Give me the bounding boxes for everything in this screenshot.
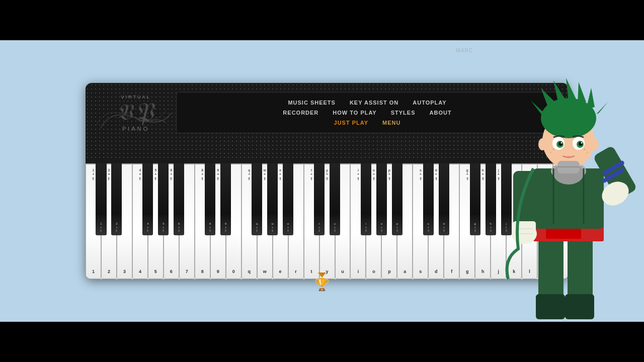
key-top-label-5: 5 + ⇧: [154, 168, 157, 181]
key-bottom-label-6: 6: [170, 269, 173, 275]
outer-frame: VIRTUAL 𝔙 𝔓 PIANO MUSIC SHEETS KEY ASSIS…: [0, 0, 644, 362]
nav-music-sheets[interactable]: MUSIC SHEETS: [286, 99, 338, 107]
nav-menu-item[interactable]: MENU: [380, 119, 403, 127]
svg-point-39: [587, 152, 588, 153]
key-top-label-y: y + ⇧: [326, 168, 329, 181]
black-key-label-5: 8 + ⇧: [209, 222, 211, 233]
svg-point-43: [591, 138, 599, 150]
key-top-label-p: p + ⇧: [388, 168, 391, 181]
svg-point-35: [581, 142, 583, 144]
key-top-label-q: q + ⇧: [248, 168, 251, 181]
key-bottom-label-1: 1: [92, 269, 95, 275]
black-key-label-4: 6 + ⇧: [178, 222, 180, 233]
svg-marker-27: [596, 102, 608, 114]
key-bottom-label-p: p: [388, 269, 391, 275]
svg-rect-2: [536, 294, 565, 319]
key-bottom-label-0: 0: [232, 269, 235, 275]
black-key-label-13: o + ⇧: [380, 222, 383, 233]
black-key-label-7: q + ⇧: [256, 222, 258, 233]
key-bottom-label-u: u: [341, 269, 344, 275]
key-top-label-w: w + ⇧: [263, 168, 266, 181]
black-key-8[interactable]: w + ⇧: [267, 163, 278, 235]
black-key-13[interactable]: o + ⇧: [376, 163, 387, 235]
black-key-label-9: e + ⇧: [287, 222, 289, 233]
black-key-10[interactable]: t + ⇧: [314, 163, 325, 235]
key-bottom-label-w: w: [263, 269, 267, 275]
svg-point-34: [561, 142, 562, 144]
key-top-label-h: h + ⇧: [481, 168, 485, 181]
nav-just-play[interactable]: JUST PLAY: [332, 119, 371, 127]
logo-p-letter: 𝔓: [135, 100, 155, 126]
black-key-0[interactable]: 1 + ⇧: [96, 163, 106, 235]
trophy-arrow: [318, 273, 326, 278]
key-top-label-1: 1 + ⇧: [92, 168, 95, 181]
black-key-2[interactable]: 4 + ⇧: [142, 163, 153, 235]
key-top-label-8: 8 + ⇧: [201, 168, 204, 181]
key-bottom-label-f: f: [451, 269, 452, 275]
svg-point-42: [538, 138, 546, 150]
key-top-label-o: o + ⇧: [372, 168, 375, 181]
black-key-label-6: 9 + ⇧: [224, 222, 227, 233]
black-key-5[interactable]: 8 + ⇧: [205, 163, 215, 235]
black-key-16[interactable]: d + ⇧: [439, 163, 449, 235]
black-key-1[interactable]: 2 + ⇧: [111, 163, 122, 235]
svg-point-38: [584, 148, 586, 150]
nav-recorder[interactable]: RECORDER: [281, 109, 320, 117]
trophy-icon: 🏆: [314, 278, 330, 292]
svg-marker-24: [578, 82, 586, 104]
nav-about[interactable]: ABOUT: [428, 109, 454, 117]
nav-key-assist[interactable]: KEY ASSIST ON: [348, 99, 400, 107]
black-key-label-1: 2 + ⇧: [115, 222, 118, 233]
black-key-6[interactable]: 9 + ⇧: [220, 163, 231, 235]
key-top-label-2: 2 + ⇧: [107, 168, 110, 181]
svg-marker-26: [531, 101, 543, 116]
svg-point-36: [552, 148, 554, 150]
content-area: VIRTUAL 𝔙 𝔓 PIANO MUSIC SHEETS KEY ASSIS…: [0, 40, 644, 322]
key-bottom-label-2: 2: [108, 269, 110, 275]
key-bottom-label-i: i: [358, 269, 359, 275]
key-top-label-e: e + ⇧: [279, 168, 282, 181]
key-top-label-6: 6 + ⇧: [170, 168, 173, 181]
key-bottom-label-t: t: [311, 269, 312, 275]
key-top-label-s: s + ⇧: [419, 168, 422, 181]
key-bottom-label-r: r: [295, 269, 297, 275]
black-key-label-15: s + ⇧: [427, 222, 430, 233]
nav-styles[interactable]: STYLES: [389, 109, 418, 117]
black-key-label-14: p + ⇧: [396, 222, 398, 233]
svg-point-37: [550, 152, 552, 153]
black-key-label-0: 1 + ⇧: [100, 222, 102, 233]
key-bottom-label-4: 4: [139, 269, 141, 275]
key-top-label-d: d + ⇧: [435, 168, 438, 181]
key-top-label-9: 9 + ⇧: [216, 168, 219, 181]
key-bottom-label-h: h: [481, 269, 485, 275]
black-key-4[interactable]: 6 + ⇧: [174, 163, 184, 235]
key-bottom-label-5: 5: [154, 269, 157, 275]
black-key-12[interactable]: i + ⇧: [361, 163, 371, 235]
black-key-label-10: t + ⇧: [318, 222, 320, 233]
black-key-17[interactable]: g + ⇧: [470, 163, 480, 235]
key-bottom-label-a: a: [404, 269, 406, 275]
black-key-label-11: y + ⇧: [334, 222, 336, 233]
black-key-7[interactable]: q + ⇧: [252, 163, 262, 235]
black-key-11[interactable]: y + ⇧: [330, 163, 340, 235]
black-key-14[interactable]: p + ⇧: [392, 163, 403, 235]
logo-area: VIRTUAL 𝔙 𝔓 PIANO: [96, 88, 176, 138]
key-bottom-label-9: 9: [217, 269, 219, 275]
key-bottom-label-7: 7: [186, 269, 188, 275]
black-key-label-2: 4 + ⇧: [146, 222, 149, 233]
nav-how-to-play[interactable]: HOW TO PLAY: [331, 109, 378, 117]
key-bottom-label-q: q: [248, 269, 251, 275]
black-key-9[interactable]: e + ⇧: [283, 163, 293, 235]
key-bottom-label-8: 8: [201, 269, 204, 275]
svg-rect-3: [565, 294, 594, 319]
black-key-15[interactable]: s + ⇧: [423, 163, 434, 235]
nav-autoplay[interactable]: AUTOPLAY: [411, 99, 448, 107]
trophy-indicator: 🏆: [314, 273, 330, 292]
logo-piano-text: PIANO: [122, 126, 149, 132]
black-key-label-8: w + ⇧: [271, 222, 274, 233]
key-bottom-label-3: 3: [123, 269, 126, 275]
key-top-label-g: g + ⇧: [466, 168, 469, 181]
key-top-label-4: 4 + ⇧: [138, 168, 141, 181]
black-key-3[interactable]: 5 + ⇧: [158, 163, 169, 235]
key-bottom-label-d: d: [435, 269, 438, 275]
